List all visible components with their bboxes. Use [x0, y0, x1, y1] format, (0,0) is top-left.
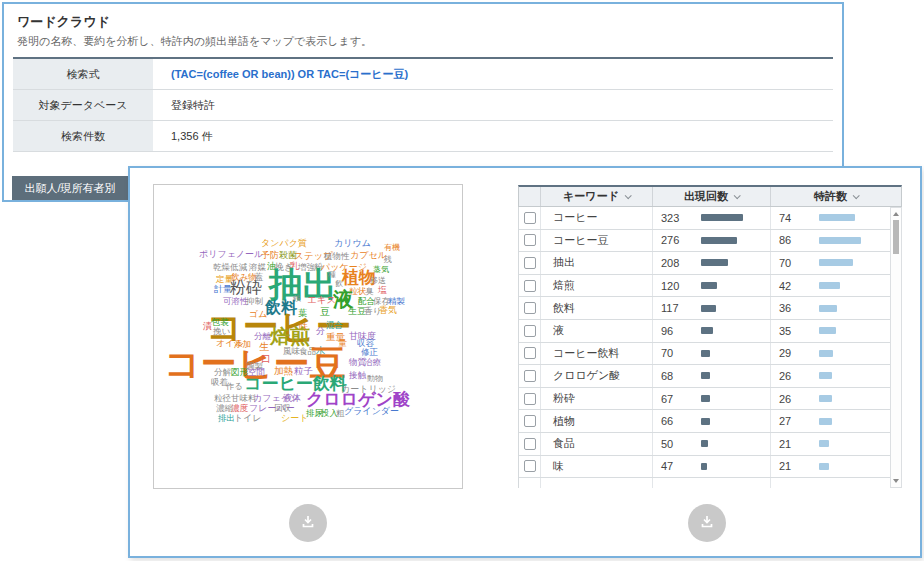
wordcloud-word: 混合: [326, 321, 343, 330]
info-row-hit-count: 検索件数 1,356 件: [13, 121, 833, 152]
wordcloud-word: シート: [281, 414, 308, 423]
occurrence-cell: 47: [653, 456, 771, 478]
keyword-cell: コーヒー飲料: [541, 343, 653, 365]
row-checkbox[interactable]: [524, 212, 536, 224]
scroll-down-arrow-icon[interactable]: [893, 479, 899, 483]
patent-column-header[interactable]: 特許数: [771, 187, 901, 206]
row-checkbox[interactable]: [524, 438, 536, 450]
occurrence-value: 276: [653, 234, 701, 246]
occurrence-value: 66: [653, 415, 701, 427]
select-cell: [519, 230, 541, 252]
patent-cell: 26: [771, 388, 890, 410]
occurrence-bar: [701, 237, 737, 244]
patent-bar: [819, 418, 832, 425]
patent-value: 42: [771, 280, 819, 292]
row-checkbox[interactable]: [524, 302, 536, 314]
hit-count-label: 検索件数: [13, 121, 153, 151]
scrollbar-thumb[interactable]: [893, 220, 899, 254]
download-icon: [699, 513, 715, 533]
row-checkbox[interactable]: [524, 393, 536, 405]
patent-value: 74: [771, 212, 819, 224]
patent-value: 21: [771, 438, 819, 450]
occurrence-bar: [701, 418, 710, 425]
scroll-up-arrow-icon[interactable]: [893, 212, 899, 216]
empty-cell: [653, 478, 771, 488]
keyword-cell: コーヒー豆: [541, 230, 653, 252]
keyword-cell: 焙煎: [541, 275, 653, 297]
wordcloud-word: 作る: [226, 382, 243, 391]
wordcloud-word: 分解: [214, 368, 231, 377]
occurrence-value: 47: [653, 460, 701, 472]
patent-cell: 74: [771, 207, 890, 229]
occurrence-cell: 70: [653, 343, 771, 365]
row-checkbox[interactable]: [524, 325, 536, 337]
wordcloud-word: 低減: [230, 263, 247, 272]
hit-count-value: 1,356 件: [153, 121, 833, 151]
row-checkbox[interactable]: [524, 347, 536, 359]
row-checkbox[interactable]: [524, 234, 536, 246]
occurrence-value: 50: [653, 438, 701, 450]
occurrence-value: 323: [653, 212, 701, 224]
applicant-owner-button[interactable]: 出願人/現所有者別: [12, 176, 128, 200]
wordcloud-word: 治療: [364, 358, 381, 367]
download-table-button[interactable]: [688, 504, 726, 542]
table-row: コーヒー飲料7029: [519, 343, 890, 366]
occurrence-bar: [701, 395, 710, 402]
occurrence-bar: [701, 327, 713, 334]
search-formula-value[interactable]: (TAC=(coffee OR bean)) OR TAC=(コーヒー豆): [153, 59, 833, 89]
wordcloud-word: 塩: [378, 286, 387, 295]
table-row: 味4721: [519, 456, 890, 479]
select-cell: [519, 388, 541, 410]
occurrence-column-header[interactable]: 出現回数: [653, 187, 771, 206]
download-wordcloud-button[interactable]: [289, 504, 327, 542]
occurrence-bar: [701, 440, 708, 447]
occurrence-value: 67: [653, 393, 701, 405]
occurrence-bar: [701, 282, 717, 289]
occurrence-value: 68: [653, 370, 701, 382]
occurrence-cell: 323: [653, 207, 771, 229]
wordcloud-word: ポリフェノール: [199, 250, 263, 259]
occurrence-column-label: 出現回数: [684, 189, 728, 204]
search-info-table: 検索式 (TAC=(coffee OR bean)) OR TAC=(コーヒー豆…: [13, 57, 833, 152]
select-cell: [519, 320, 541, 342]
wordcloud-word: 溶媒: [249, 263, 266, 272]
select-cell: [519, 275, 541, 297]
search-formula-label: 検索式: [13, 59, 153, 89]
table-row: 食品5021: [519, 433, 890, 456]
wordcloud-word: 香気: [379, 306, 397, 315]
select-cell: [519, 410, 541, 432]
patent-bar: [819, 214, 855, 221]
database-value: 登録特許: [153, 90, 833, 120]
wordcloud-word: 回収: [274, 404, 291, 413]
patent-bar: [819, 237, 861, 244]
select-cell: [519, 297, 541, 319]
download-icon: [300, 513, 316, 533]
patent-value: 26: [771, 393, 819, 405]
wordcloud-word: 予防: [261, 251, 279, 260]
keyword-table-body-wrap: コーヒー32374コーヒー豆27686抽出20870焙煎12042飲料11736…: [518, 207, 902, 488]
row-checkbox[interactable]: [524, 415, 536, 427]
row-checkbox[interactable]: [524, 370, 536, 382]
keyword-table: キーワード 出現回数 特許数 コーヒー32374コーヒー豆27686抽出2087…: [518, 185, 902, 488]
empty-cell: [519, 478, 541, 488]
patent-value: 35: [771, 325, 819, 337]
patent-bar: [819, 282, 840, 289]
patent-bar: [819, 372, 832, 379]
occurrence-value: 208: [653, 257, 701, 269]
wordcloud-word: トイレ: [234, 414, 262, 423]
occurrence-bar: [701, 350, 710, 357]
keyword-column-header[interactable]: キーワード: [541, 187, 653, 206]
row-checkbox[interactable]: [524, 460, 536, 472]
table-scrollbar[interactable]: [890, 207, 902, 488]
wordcloud-word: グラインダー: [344, 407, 399, 416]
row-checkbox[interactable]: [524, 257, 536, 269]
panel-title: ワードクラウド: [4, 4, 842, 34]
row-checkbox[interactable]: [524, 280, 536, 292]
wordcloud-word: 粉砕: [230, 280, 262, 296]
wordcloud-word: エキス: [307, 295, 336, 305]
patent-bar: [819, 259, 853, 266]
patent-cell: 27: [771, 410, 890, 432]
keyword-cell: 食品: [541, 433, 653, 455]
chevron-down-icon: [625, 192, 632, 199]
keyword-cell: コーヒー: [541, 207, 653, 229]
